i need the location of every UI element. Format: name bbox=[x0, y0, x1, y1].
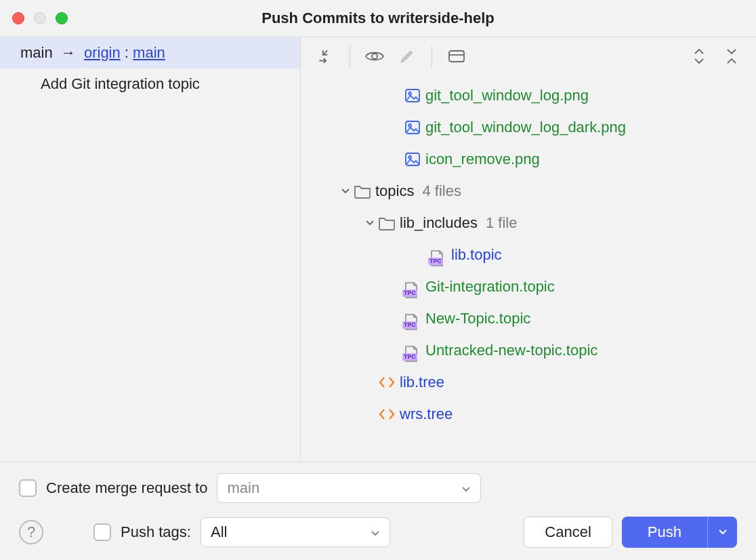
file-name: git_tool_window_log.png bbox=[425, 79, 589, 111]
commit-message[interactable]: Add Git integration topic bbox=[0, 68, 300, 100]
tpc-icon: TPC bbox=[402, 278, 423, 296]
code-icon bbox=[377, 376, 397, 389]
svg-rect-7 bbox=[406, 153, 419, 165]
tree-row[interactable]: TPC Git-integration.topic bbox=[301, 271, 756, 302]
image-icon bbox=[402, 87, 423, 104]
action-row: ? Push tags: All Cancel Push bbox=[19, 517, 737, 548]
file-name: Untracked-new-topic.topic bbox=[425, 334, 597, 366]
push-tags-select[interactable]: All bbox=[201, 517, 390, 547]
file-name: lib.topic bbox=[451, 239, 502, 271]
svg-rect-5 bbox=[406, 121, 419, 134]
tree-row[interactable]: git_tool_window_log_dark.png bbox=[301, 111, 756, 143]
tree-row[interactable]: topics4 files bbox=[301, 175, 756, 207]
svg-point-0 bbox=[372, 54, 377, 59]
tpc-icon: TPC bbox=[402, 342, 423, 359]
merge-request-checkbox[interactable] bbox=[19, 479, 37, 497]
push-dropdown-button[interactable] bbox=[707, 517, 737, 548]
branch-arrow-icon: → bbox=[61, 44, 76, 61]
tree-row[interactable]: TPC Untracked-new-topic.topic bbox=[301, 334, 756, 366]
changes-tree[interactable]: git_tool_window_log.pnggit_tool_window_l… bbox=[301, 75, 756, 462]
branches-pane: main → origin : main Add Git integration… bbox=[0, 37, 301, 462]
file-name: wrs.tree bbox=[400, 398, 453, 430]
dialog-footer: Create merge request to main ? Push tags… bbox=[0, 462, 756, 560]
branch-separator: : bbox=[121, 44, 133, 61]
chevron-down-icon bbox=[371, 523, 380, 541]
local-branch-label: main bbox=[20, 44, 53, 61]
image-icon bbox=[402, 119, 423, 136]
image-icon bbox=[402, 151, 423, 167]
tree-row[interactable]: TPC New-Topic.topic bbox=[301, 302, 756, 334]
folder-icon bbox=[377, 216, 397, 231]
tree-row[interactable]: TPC lib.topic bbox=[301, 239, 756, 271]
dialog-title: Push Commits to writerside-help bbox=[0, 9, 756, 27]
merge-request-row: Create merge request to main bbox=[19, 473, 737, 503]
chevron-down-icon bbox=[461, 479, 471, 497]
tree-row[interactable]: lib_includes1 file bbox=[301, 207, 756, 239]
tree-row[interactable]: wrs.tree bbox=[301, 398, 756, 430]
merge-request-target-value: main bbox=[227, 479, 259, 497]
tpc-icon: TPC bbox=[402, 310, 423, 327]
cancel-button[interactable]: Cancel bbox=[524, 517, 612, 548]
push-tags-value: All bbox=[211, 523, 227, 541]
show-diff-icon[interactable] bbox=[312, 43, 339, 70]
chevron-down-icon[interactable] bbox=[363, 207, 377, 239]
svg-rect-1 bbox=[449, 51, 464, 62]
file-name: Git-integration.topic bbox=[425, 271, 555, 302]
folder-icon bbox=[352, 184, 373, 199]
changes-pane: git_tool_window_log.pnggit_tool_window_l… bbox=[301, 37, 756, 462]
main-split: main → origin : main Add Git integration… bbox=[0, 37, 756, 462]
file-name: lib_includes bbox=[400, 207, 478, 239]
edit-pencil-icon[interactable] bbox=[394, 43, 421, 70]
target-branch-link[interactable]: main bbox=[133, 44, 165, 61]
merge-request-target-select[interactable]: main bbox=[217, 473, 481, 503]
changes-toolbar bbox=[301, 37, 756, 75]
merge-request-label: Create merge request to bbox=[46, 479, 207, 497]
push-button-group: Push bbox=[622, 517, 737, 548]
file-name: New-Topic.topic bbox=[425, 302, 530, 334]
tree-row[interactable]: icon_remove.png bbox=[301, 143, 756, 175]
tree-row[interactable]: git_tool_window_log.png bbox=[301, 79, 756, 111]
file-count: 1 file bbox=[486, 207, 517, 239]
svg-point-6 bbox=[408, 124, 411, 127]
svg-point-4 bbox=[408, 92, 411, 95]
file-name: git_tool_window_log_dark.png bbox=[425, 111, 626, 143]
file-name: lib.tree bbox=[400, 366, 444, 398]
file-name: icon_remove.png bbox=[425, 143, 540, 175]
preview-eye-icon[interactable] bbox=[361, 43, 388, 70]
help-button[interactable]: ? bbox=[19, 520, 43, 544]
branch-mapping-row[interactable]: main → origin : main bbox=[0, 37, 300, 68]
toolbar-separator bbox=[432, 45, 432, 67]
titlebar: Push Commits to writerside-help bbox=[0, 0, 756, 37]
push-tags-checkbox[interactable] bbox=[93, 523, 111, 541]
tpc-icon: TPC bbox=[428, 246, 448, 264]
remote-link[interactable]: origin bbox=[84, 44, 121, 61]
push-button[interactable]: Push bbox=[622, 517, 707, 548]
code-icon bbox=[377, 407, 397, 421]
file-name: topics bbox=[375, 175, 414, 207]
collapse-all-icon[interactable] bbox=[718, 43, 745, 70]
toolbar-separator bbox=[350, 45, 350, 67]
chevron-down-icon[interactable] bbox=[339, 175, 352, 207]
expand-all-icon[interactable] bbox=[686, 43, 713, 70]
svg-rect-3 bbox=[406, 89, 419, 102]
group-by-icon[interactable] bbox=[443, 43, 470, 70]
push-tags-label: Push tags: bbox=[121, 523, 191, 541]
file-count: 4 files bbox=[422, 175, 461, 207]
tree-row[interactable]: lib.tree bbox=[301, 366, 756, 398]
svg-point-8 bbox=[408, 156, 411, 159]
